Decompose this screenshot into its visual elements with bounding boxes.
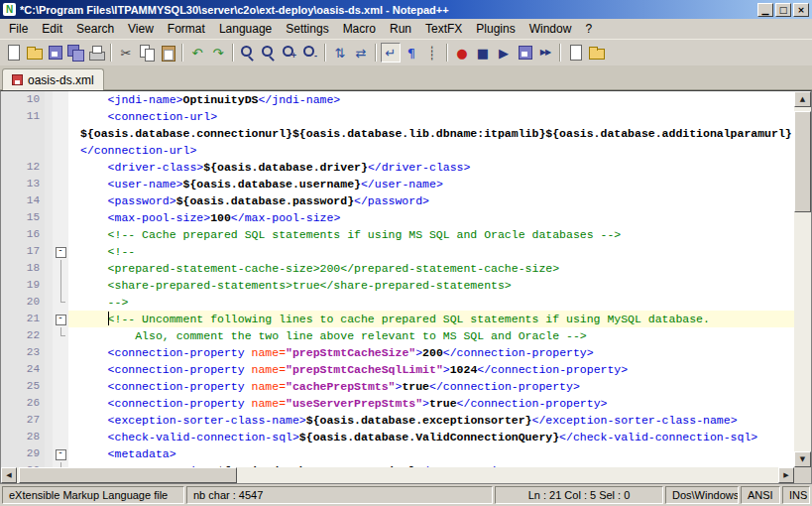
menu-macro[interactable]: Macro: [336, 20, 383, 38]
menu-language[interactable]: Language: [212, 20, 279, 38]
menu-format[interactable]: Format: [161, 20, 212, 38]
zoom-in-button[interactable]: [280, 43, 299, 63]
code-line[interactable]: <!-- Cache prepared SQL statements if us…: [68, 226, 794, 243]
zoom-out-button[interactable]: [300, 43, 320, 63]
new-file-button[interactable]: [3, 43, 23, 63]
stop-recording-button[interactable]: ■: [473, 43, 493, 63]
plugin-button-1[interactable]: [565, 43, 585, 63]
minimize-button[interactable]: ▁: [757, 3, 773, 17]
line-number: 14: [1, 192, 45, 209]
menu-window[interactable]: Window: [522, 20, 579, 38]
code-line[interactable]: <password>${oasis.database.password}</pa…: [68, 192, 794, 209]
code-line[interactable]: <connection-property name="useServerPrep…: [68, 395, 794, 412]
horizontal-scroll-thumb[interactable]: [19, 467, 237, 483]
menu-run[interactable]: Run: [383, 20, 418, 38]
code-line[interactable]: </connection-url>: [68, 142, 794, 159]
code-line[interactable]: <max-pool-size>100</max-pool-size>: [68, 209, 794, 226]
menu-plugins[interactable]: Plugins: [469, 20, 522, 38]
line-number: 25: [1, 378, 45, 395]
code-line[interactable]: <driver-class>${oasis.database.driver}</…: [68, 159, 794, 176]
editor-row: 11 <connection-url>: [1, 108, 794, 125]
sync-vertical-scroll-button[interactable]: ⇅: [330, 43, 350, 63]
scrollbar-corner: [794, 467, 811, 483]
sync-horizontal-scroll-button[interactable]: ⇄: [351, 43, 371, 63]
code-line[interactable]: <!--: [68, 243, 794, 260]
menu-help[interactable]: ?: [578, 20, 599, 38]
close-button[interactable]: ×: [793, 3, 809, 17]
fold-toggle-icon[interactable]: [53, 445, 68, 462]
vertical-scrollbar[interactable]: ▲ ▼: [794, 91, 811, 483]
code-line[interactable]: <jndi-name>OptinuityDS</jndi-name>: [68, 91, 794, 108]
code-line[interactable]: <exception-sorter-class-name>${oasis.dat…: [68, 412, 794, 429]
open-file-button[interactable]: [24, 43, 44, 63]
scroll-left-button[interactable]: ◀: [1, 467, 17, 483]
tab-label: oasis-ds.xml: [28, 73, 94, 87]
editor-row: 17 <!--: [1, 243, 794, 260]
code-line[interactable]: <connection-property name="prepStmtCache…: [68, 361, 794, 378]
cut-button[interactable]: ✂: [116, 43, 136, 63]
code-line[interactable]: <check-valid-connection-sql>${oasis.data…: [68, 429, 794, 445]
vertical-scroll-track[interactable]: [794, 107, 811, 451]
fold-margin: [53, 294, 68, 311]
undo-button[interactable]: ↶: [187, 43, 207, 63]
fold-toggle-icon[interactable]: [53, 311, 68, 327]
code-line[interactable]: -->: [68, 294, 794, 311]
run-macro-multiple-times-button[interactable]: ▶▶: [535, 43, 555, 63]
find-button[interactable]: [238, 43, 258, 63]
menu-edit[interactable]: Edit: [35, 20, 69, 38]
playback-macro-button[interactable]: ▶: [494, 43, 514, 63]
line-number: 23: [1, 344, 45, 361]
print-button[interactable]: [86, 43, 106, 63]
code-line[interactable]: <share-prepared-statements>true</share-p…: [68, 277, 794, 294]
paste-button[interactable]: [158, 43, 177, 63]
scroll-right-button[interactable]: ▶: [778, 467, 794, 483]
tab-oasis-ds-xml[interactable]: oasis-ds.xml: [2, 68, 104, 90]
code-line[interactable]: <user-name>${oasis.database.username}</u…: [68, 176, 794, 192]
scroll-up-button[interactable]: ▲: [794, 91, 811, 107]
editor: 10 <jndi-name>OptinuityDS</jndi-name>11 …: [0, 90, 812, 484]
save-button[interactable]: [45, 43, 64, 63]
scroll-down-button[interactable]: ▼: [794, 451, 811, 467]
save-macro-button[interactable]: [515, 43, 534, 63]
tab-bar: oasis-ds.xml: [0, 65, 812, 90]
editor-row: 23 <connection-property name="prepStmtCa…: [1, 344, 794, 361]
save-all-button[interactable]: [65, 43, 85, 63]
redo-button[interactable]: ↷: [208, 43, 228, 63]
horizontal-scrollbar[interactable]: ◀ ▶: [1, 467, 794, 483]
code-line[interactable]: <connection-url>: [68, 108, 794, 125]
replace-button[interactable]: [259, 43, 279, 63]
code-line[interactable]: <!-- Uncomment following lines to cache …: [68, 311, 794, 327]
line-number: 20: [1, 294, 45, 311]
toolbar: ✂↶↷⇅⇄↵¶┊●■▶▶▶: [0, 39, 812, 65]
editor-row: 25 <connection-property name="cachePrepS…: [1, 378, 794, 395]
menu-settings[interactable]: Settings: [279, 20, 335, 38]
record-macro-button[interactable]: ●: [452, 43, 472, 63]
show-all-characters-button[interactable]: ¶: [402, 43, 421, 63]
maximize-button[interactable]: □: [775, 3, 791, 17]
code-line[interactable]: <connection-property name="cachePrepStmt…: [68, 378, 794, 395]
menu-file[interactable]: File: [2, 20, 35, 38]
copy-button[interactable]: [137, 43, 157, 63]
editor-row: 18 <prepared-statement-cache-size>200</p…: [1, 260, 794, 277]
fold-margin: [53, 395, 68, 412]
status-insert-mode: INS: [782, 486, 810, 504]
word-wrap-button[interactable]: ↵: [381, 43, 401, 63]
editor-row: 16 <!-- Cache prepared SQL statements if…: [1, 226, 794, 243]
code-area[interactable]: 10 <jndi-name>OptinuityDS</jndi-name>11 …: [1, 91, 794, 467]
show-indent-guide-button[interactable]: ┊: [422, 43, 442, 63]
line-number: 12: [1, 159, 45, 176]
fold-margin: [53, 159, 68, 176]
menu-view[interactable]: View: [121, 20, 161, 38]
code-line[interactable]: <prepared-statement-cache-size>200</prep…: [68, 260, 794, 277]
code-line[interactable]: <connection-property name="prepStmtCache…: [68, 344, 794, 361]
plugin-button-2[interactable]: [586, 43, 606, 63]
editor-row: 19 <share-prepared-statements>true</shar…: [1, 277, 794, 294]
code-line[interactable]: <metadata>: [68, 445, 794, 462]
menu-textfx[interactable]: TextFX: [418, 20, 469, 38]
menu-search[interactable]: Search: [69, 20, 121, 38]
code-line[interactable]: Also, comment the two line above relevan…: [68, 327, 794, 344]
vertical-scroll-thumb[interactable]: [794, 111, 811, 212]
code-line[interactable]: ${oasis.database.connectionurl}${oasis.d…: [68, 125, 794, 142]
fold-toggle-icon[interactable]: [53, 243, 68, 260]
horizontal-scroll-track[interactable]: [17, 467, 778, 483]
